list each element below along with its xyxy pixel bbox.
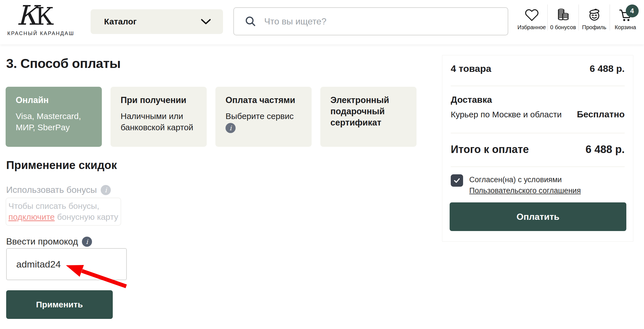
payment-option-title: Электронный подарочный сертификат: [330, 95, 408, 128]
payment-option-gift-certificate[interactable]: Электронный подарочный сертификат: [320, 87, 417, 147]
discounts-section-title: Применение скидок: [6, 159, 117, 172]
info-icon[interactable]: i: [101, 185, 111, 195]
use-bonuses-label: Использовать бонусы: [6, 185, 97, 195]
agreement-text: Согласен(на) с условиями Пользовательско…: [469, 174, 628, 196]
bonus-hint-text: Чтобы списать бонусы, подключите бонусну…: [6, 198, 121, 226]
info-icon[interactable]: i: [82, 237, 92, 247]
promo-code-label: Ввести промокод: [6, 236, 78, 247]
search-bar: [233, 7, 508, 35]
heart-icon: [525, 7, 539, 23]
cart-count-badge: 4: [626, 4, 639, 17]
delivery-title: Доставка: [451, 95, 492, 105]
search-icon: [245, 15, 256, 27]
cart-icon: 4: [618, 7, 633, 23]
payment-option-title: Онлайн: [16, 95, 93, 106]
nav-bonuses[interactable]: 0 бонусов: [547, 4, 578, 31]
payment-method-options: Онлайн Visa, Mastercard, МИР, SberPay Пр…: [6, 87, 417, 147]
total-price: 6 488 р.: [586, 143, 625, 156]
bonus-hint-line2: подключите бонусную карту: [8, 211, 120, 222]
items-count: 4 товара: [451, 63, 491, 74]
divider: [451, 86, 625, 86]
page-title: 3. Способ оплаты: [6, 56, 121, 71]
agreement-checkbox[interactable]: [451, 174, 463, 187]
agreement-row: Согласен(на) с условиями Пользовательско…: [451, 174, 628, 196]
delivery-row: Курьер по Москве и области Бесплатно: [451, 109, 625, 120]
payment-option-online[interactable]: Онлайн Visa, Mastercard, МИР, SberPay: [6, 87, 102, 147]
payment-option-subtitle: Visa, Mastercard, МИР, SberPay: [16, 111, 93, 133]
connect-bonus-card-link[interactable]: подключите: [8, 212, 55, 221]
logo-caption: КРАСНЫЙ КАРАНДАШ: [7, 30, 63, 36]
nav-profile[interactable]: Профиль: [578, 4, 610, 31]
checkout-page: КК КРАСНЫЙ КАРАНДАШ Каталог Избранное: [0, 0, 644, 329]
header-nav: Избранное 0 бонусов: [516, 4, 641, 31]
logo-monogram-icon: КК: [7, 2, 63, 30]
grand-total-row: Итого к оплате 6 488 р.: [451, 143, 625, 156]
promo-code-row: Ввести промокод i: [6, 236, 92, 247]
nav-favorites-label: Избранное: [518, 24, 546, 31]
items-price: 6 488 р.: [590, 63, 625, 74]
nav-cart-label: Корзина: [615, 24, 636, 31]
payment-option-subtitle: Выберите сервис i: [226, 111, 303, 133]
divider: [451, 166, 625, 167]
nav-bonuses-label: 0 бонусов: [550, 24, 576, 31]
items-total-row: 4 товара 6 488 р.: [451, 63, 625, 74]
nav-cart[interactable]: 4 Корзина: [610, 4, 641, 31]
payment-option-on-delivery[interactable]: При получении Наличными или банковской к…: [111, 87, 207, 147]
nav-favorites[interactable]: Избранное: [516, 4, 547, 31]
payment-option-title: Оплата частями: [226, 95, 303, 106]
apply-promo-button[interactable]: Применить: [6, 290, 113, 319]
pay-button[interactable]: Оплатить: [450, 202, 626, 231]
user-agreement-link[interactable]: Пользовательского соглашения: [469, 186, 581, 195]
delivery-price: Бесплатно: [577, 109, 625, 120]
total-label: Итого к оплате: [451, 143, 529, 156]
delivery-method: Курьер по Москве и области: [451, 110, 562, 119]
store-logo[interactable]: КК КРАСНЫЙ КАРАНДАШ: [7, 2, 63, 36]
profile-beret-icon: [587, 7, 602, 23]
site-header: КК КРАСНЫЙ КАРАНДАШ Каталог Избранное: [0, 0, 644, 44]
chevron-down-icon: [201, 18, 211, 25]
payment-option-subtitle: Наличными или банковской картой: [121, 111, 198, 133]
divider: [451, 133, 625, 133]
payment-option-installments[interactable]: Оплата частями Выберите сервис i: [215, 87, 312, 147]
catalog-button[interactable]: Каталог: [91, 9, 223, 34]
payment-option-title: При получении: [121, 95, 198, 106]
bonus-hint-line1: Чтобы списать бонусы,: [8, 200, 120, 211]
coins-icon: [556, 7, 571, 23]
info-icon[interactable]: i: [226, 123, 236, 133]
nav-profile-label: Профиль: [582, 24, 606, 31]
search-input[interactable]: [264, 16, 499, 27]
order-summary-panel: 4 товара 6 488 р. Доставка Курьер по Мос…: [442, 55, 633, 242]
promo-code-input[interactable]: [6, 248, 127, 280]
use-bonuses-row: Использовать бонусы i: [6, 185, 111, 195]
catalog-button-label: Каталог: [104, 17, 137, 26]
